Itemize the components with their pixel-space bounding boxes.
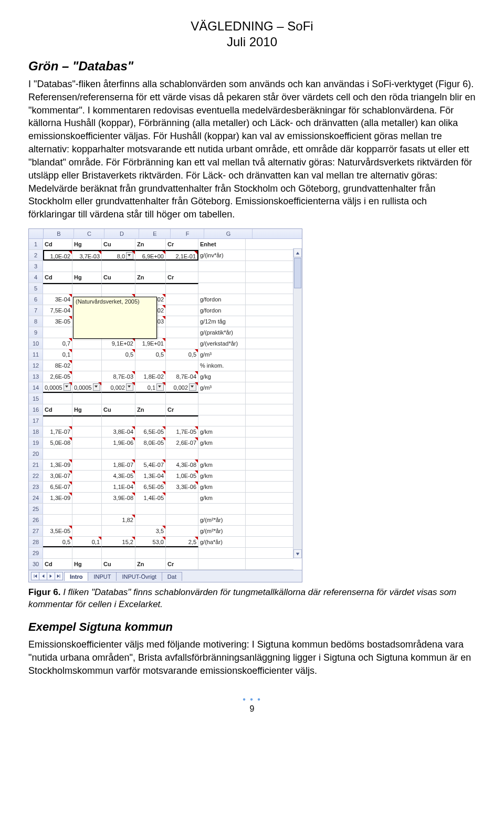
row-header[interactable]: 28 [29,537,43,547]
cell[interactable] [135,393,166,404]
cell[interactable] [72,482,102,492]
cell[interactable] [102,283,135,294]
cell[interactable]: 5,4E-07 [135,460,166,470]
tab-intro[interactable]: Intro [64,572,88,581]
row-header[interactable]: 13 [29,371,43,382]
cell[interactable] [198,272,246,283]
cell[interactable] [72,415,102,426]
row-header[interactable]: 11 [29,349,43,360]
scroll-up-button[interactable] [293,248,302,257]
cell[interactable]: 3,8E-04 [102,426,135,437]
cell[interactable] [72,283,102,294]
cell[interactable]: 1,0E-05 [166,471,198,481]
cell[interactable]: g/(inv*år) [198,250,246,260]
cell[interactable]: Cd [43,559,72,569]
cell[interactable] [135,449,166,459]
cell[interactable]: 3,3E-06 [166,482,198,492]
cell[interactable]: g/m³ [198,349,246,360]
cell[interactable] [166,415,198,426]
cell[interactable] [102,261,135,272]
cell[interactable]: 0,0005 [72,382,102,393]
col-header[interactable]: B [44,229,74,238]
cell[interactable] [198,415,246,426]
cell[interactable]: Hg [72,404,102,415]
row-header[interactable]: 19 [29,437,43,448]
cell[interactable]: 0,5 [166,349,198,360]
cell[interactable] [166,493,198,503]
cell[interactable]: 0,1 [43,349,72,360]
cell[interactable]: 1,7E-07 [43,426,72,437]
cell[interactable] [198,404,246,415]
cell[interactable]: Zn [135,272,166,283]
cell[interactable] [72,437,102,448]
cell[interactable] [43,415,72,426]
cell[interactable] [166,261,198,272]
tab-first-icon[interactable] [31,572,39,580]
cell[interactable]: 3,0E-07 [43,471,72,481]
cell[interactable]: 0,1 [72,537,102,547]
cell[interactable]: 1,8E-07 [102,460,135,470]
row-header[interactable]: 30 [29,559,43,569]
cell[interactable]: 9,1E+02 [102,338,135,349]
cell[interactable]: Cu [102,239,135,249]
col-header[interactable]: G [204,229,253,238]
cell[interactable]: 1,82 [102,515,135,525]
row-header[interactable]: 4 [29,272,43,283]
row-header[interactable]: 12 [29,360,43,371]
cell[interactable]: Hg [72,272,102,283]
scroll-down-button[interactable] [293,549,302,558]
cell[interactable] [198,548,246,558]
cell[interactable] [166,504,198,514]
row-header[interactable]: 5 [29,283,43,294]
cell[interactable]: g/fordon [198,294,246,305]
tab-input[interactable]: INPUT [88,572,117,581]
cell[interactable] [166,338,198,349]
row-header[interactable]: 9 [29,327,43,338]
dropdown-icon[interactable] [189,383,196,391]
cell[interactable]: 1,9E+01 [135,338,166,349]
tab-dat[interactable]: Dat [162,572,182,581]
cell[interactable] [135,548,166,558]
cell[interactable]: Enhet [198,239,246,249]
cell[interactable] [166,294,198,305]
row-header[interactable]: 21 [29,460,43,470]
cell[interactable]: g/(verkstad*år) [198,338,246,349]
cell[interactable]: 53,0 [135,537,166,547]
row-header[interactable]: 3 [29,261,43,272]
row-header[interactable]: 8 [29,316,43,327]
cell[interactable]: g/fordon [198,305,246,316]
cell[interactable]: 3,5 [135,526,166,536]
col-header[interactable]: C [74,229,104,238]
cell[interactable]: 3,5E-05 [43,526,72,536]
cell[interactable]: Cr [166,272,198,283]
cell[interactable]: g/(praktik*år) [198,327,246,338]
cell[interactable]: 1,3E-09 [43,460,72,470]
cell[interactable] [135,360,166,371]
cell[interactable]: 1,9E-06 [102,437,135,448]
cell[interactable]: 1,1E-04 [102,482,135,492]
cell[interactable]: 5,0E-08 [43,437,72,448]
cell[interactable] [72,371,102,382]
cell[interactable] [72,548,102,558]
dropdown-icon[interactable] [126,383,133,391]
cell[interactable] [135,515,166,525]
row-header[interactable]: 18 [29,426,43,437]
cell[interactable] [198,393,246,404]
row-header[interactable]: 23 [29,482,43,492]
cell[interactable] [102,526,135,536]
cell[interactable] [102,393,135,404]
dropdown-icon[interactable] [93,383,100,391]
cell[interactable] [135,283,166,294]
row-header[interactable]: 2 [29,250,43,260]
cell[interactable] [72,449,102,459]
cell[interactable]: 0,1 [135,382,166,393]
cell[interactable]: 2,5 [166,537,198,547]
cell[interactable] [166,515,198,525]
cell[interactable]: Cd [43,404,72,415]
cell[interactable]: Cd [43,239,72,249]
cell[interactable]: Zn [135,559,166,569]
cell[interactable]: 3,9E-08 [102,493,135,503]
cell[interactable]: 2,6E-07 [166,437,198,448]
cell[interactable] [166,316,198,327]
dropdown-icon[interactable] [64,383,71,391]
